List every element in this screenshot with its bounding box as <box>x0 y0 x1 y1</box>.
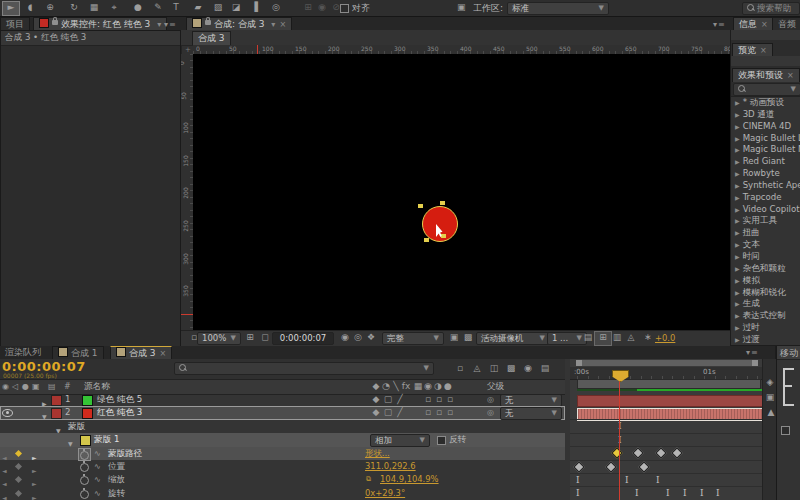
tab-audio[interactable]: 音频 <box>772 17 800 31</box>
timeline-panel: 渲染队列 合成 1 合成 3× ▾≡ 0:00:00:07 00007 (25.… <box>0 346 775 500</box>
close-icon[interactable]: × <box>787 71 794 80</box>
after-effects-window: { "toolbar":{ "tools":[ {"n":"selection-… <box>0 0 800 500</box>
tracker-panel-header: 移动 <box>777 346 800 360</box>
tracker-panel-title: 移动 <box>780 347 798 360</box>
tracker-checkbox[interactable] <box>781 426 790 435</box>
chevron-down-icon: ▼ <box>791 84 796 95</box>
tracker-panel: 移动 <box>776 346 800 500</box>
scroll-strip-icons: ◈▣▲ <box>0 0 775 500</box>
tracker-point-icon <box>783 368 799 406</box>
